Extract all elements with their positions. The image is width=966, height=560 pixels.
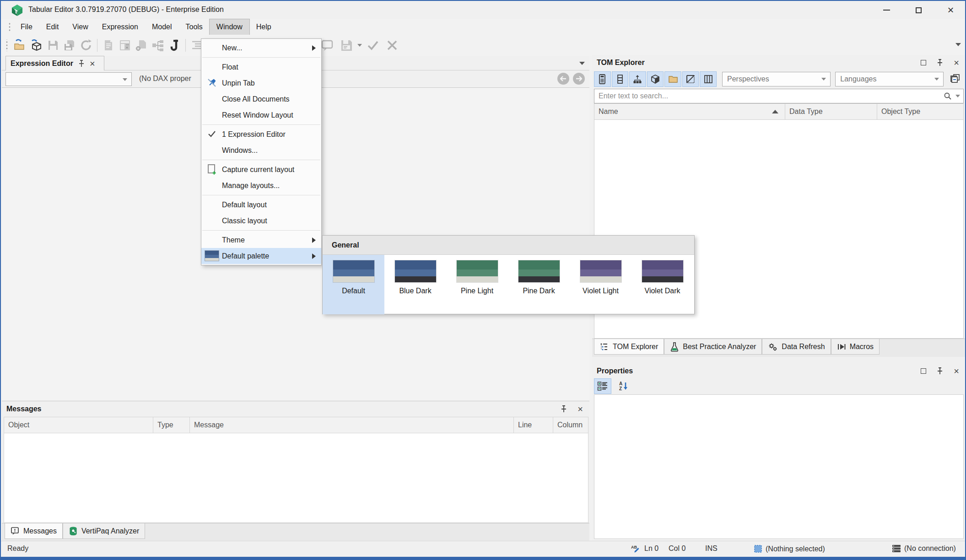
vertical-columns-icon[interactable]	[700, 71, 717, 87]
nav-forward-button[interactable]	[573, 73, 585, 85]
maximize-button[interactable]	[908, 1, 929, 19]
menu-tools[interactable]: Tools	[178, 19, 209, 35]
menu-item-reset-window-layout[interactable]: Reset Window Layout	[201, 107, 321, 123]
tab-tom-explorer[interactable]: TOM Explorer	[594, 339, 664, 355]
pin-icon[interactable]	[78, 59, 85, 68]
menu-item-classic-layout[interactable]: Classic layout	[201, 213, 321, 229]
menu-help[interactable]: Help	[249, 19, 278, 35]
palette-option-pine-dark[interactable]: Pine Dark	[508, 255, 570, 314]
pin-icon[interactable]	[935, 58, 944, 67]
column-header-column[interactable]: Column	[553, 417, 588, 433]
column-header-name[interactable]: Name	[594, 104, 785, 119]
toolbar-overflow-icon[interactable]	[955, 43, 961, 46]
menu-item-unpin-tab[interactable]: Unpin Tab	[201, 75, 321, 91]
close-icon[interactable]: ×	[576, 404, 585, 414]
menu-item-default-palette[interactable]: Default palette	[201, 248, 321, 264]
menu-model[interactable]: Model	[145, 19, 179, 35]
chevron-down-icon	[934, 78, 939, 81]
menu-item-theme[interactable]: Theme	[201, 232, 321, 248]
accept-icon[interactable]	[365, 37, 381, 54]
menu-file[interactable]: File	[14, 19, 39, 35]
tab-data-refresh[interactable]: Data Refresh	[762, 339, 831, 355]
tab-vertipaq-analyzer[interactable]: VertiPaq Analyzer	[63, 523, 145, 539]
menu-item-manage-layouts[interactable]: Manage layouts...	[201, 178, 321, 194]
palette-label: Violet Light	[583, 287, 619, 295]
refresh-icon[interactable]	[78, 37, 94, 54]
save-layout-dropdown-icon[interactable]	[357, 44, 362, 47]
save-all-icon[interactable]	[61, 37, 78, 54]
nav-back-button[interactable]	[557, 73, 569, 85]
calculator-icon[interactable]	[594, 71, 611, 87]
menu-item-float[interactable]: Float	[201, 59, 321, 75]
menubar-grip[interactable]	[8, 22, 11, 32]
menu-item-capture-current-layout[interactable]: Capture current layout	[201, 162, 321, 178]
messages-list[interactable]	[4, 433, 588, 523]
column-header-datatype[interactable]: Data Type	[785, 104, 877, 119]
tab-expression-editor[interactable]: Expression Editor ×	[5, 56, 104, 70]
palette-option-blue-dark[interactable]: Blue Dark	[384, 255, 446, 314]
deploy-model-icon[interactable]	[28, 37, 45, 54]
search-input[interactable]	[594, 89, 964, 103]
minimize-button[interactable]	[876, 1, 897, 19]
categorized-view-icon[interactable]	[594, 378, 611, 394]
search-options-icon[interactable]	[955, 95, 960, 97]
stacked-windows-icon[interactable]	[946, 71, 964, 87]
close-button[interactable]: ×	[940, 1, 961, 19]
menu-item-close-all-documents[interactable]: Close All Documents	[201, 91, 321, 107]
close-icon[interactable]: ×	[952, 58, 961, 67]
diagonal-square-icon[interactable]	[682, 71, 699, 87]
dax-property-combo[interactable]	[5, 72, 132, 86]
pin-icon[interactable]	[559, 404, 568, 414]
menu-window[interactable]: Window	[210, 19, 249, 35]
menu-expression[interactable]: Expression	[95, 19, 145, 35]
float-window-icon[interactable]	[919, 366, 928, 376]
perspectives-combo[interactable]: Perspectives	[722, 72, 831, 86]
toolbar-grip[interactable]	[5, 39, 8, 51]
statusbar: Ready AB Ln 0 Col 0 INS (Nothing selecte…	[1, 541, 965, 556]
open-file-icon[interactable]	[12, 37, 28, 54]
new-hierarchy-icon[interactable]	[150, 37, 166, 54]
duplicate-icon[interactable]	[133, 37, 150, 54]
new-calc-table-icon[interactable]	[117, 37, 133, 54]
pin-icon[interactable]	[935, 366, 944, 376]
menu-item-expression-editor[interactable]: 1 Expression Editor	[201, 126, 321, 142]
palette-option-pine-light[interactable]: Pine Light	[446, 255, 508, 314]
az-sort-icon[interactable]: AZ	[615, 378, 632, 394]
close-tab-icon[interactable]: ×	[90, 61, 95, 66]
properties-panel: Properties × AZ	[592, 363, 966, 541]
float-window-icon[interactable]	[919, 58, 928, 67]
save-icon[interactable]	[45, 37, 61, 54]
hierarchy-icon[interactable]	[629, 71, 646, 87]
cancel-icon[interactable]	[384, 37, 400, 54]
palette-option-violet-dark[interactable]: Violet Dark	[631, 255, 693, 314]
folder-icon[interactable]	[664, 71, 681, 87]
column-header-type[interactable]: Type	[153, 417, 190, 433]
palette-group-header: General	[323, 236, 694, 255]
column-header-objecttype[interactable]: Object Type	[877, 104, 963, 119]
menu-view[interactable]: View	[65, 19, 95, 35]
new-measure-icon[interactable]	[100, 37, 117, 54]
palette-option-default[interactable]: Default	[323, 255, 384, 314]
palette-option-violet-light[interactable]: Violet Light	[570, 255, 631, 314]
column-header-object[interactable]: Object	[4, 417, 153, 433]
tab-best-practice-analyzer[interactable]: Best Practice Analyzer	[664, 339, 762, 355]
column-label: Object Type	[881, 108, 920, 116]
column-header-message[interactable]: Message	[190, 417, 514, 433]
column-icon[interactable]	[612, 71, 629, 87]
properties-content[interactable]	[594, 394, 964, 539]
tab-macros[interactable]: Macros	[831, 339, 880, 355]
tab-messages[interactable]: Messages	[5, 523, 63, 539]
search-icon[interactable]	[944, 92, 952, 100]
dax-script-icon[interactable]	[166, 37, 183, 54]
menu-item-new[interactable]: New...	[201, 40, 321, 56]
cube-icon[interactable]	[647, 71, 664, 87]
menu-edit[interactable]: Edit	[39, 19, 66, 35]
tabstrip-dropdown-icon[interactable]	[579, 62, 585, 65]
close-icon[interactable]: ×	[952, 366, 961, 376]
menu-item-windows[interactable]: Windows...	[201, 142, 321, 158]
save-layout-icon[interactable]	[338, 37, 355, 54]
menu-item-default-layout[interactable]: Default layout	[201, 197, 321, 213]
palette-swatch-icon	[205, 250, 219, 262]
column-header-line[interactable]: Line	[514, 417, 553, 433]
languages-combo[interactable]: Languages	[835, 72, 944, 86]
